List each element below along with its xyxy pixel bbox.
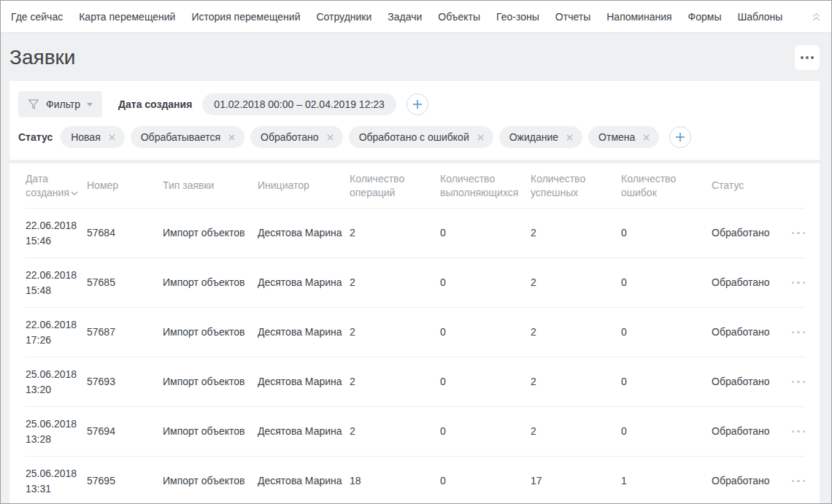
row-menu-icon[interactable] (786, 476, 805, 487)
status-chip-label: Отмена (598, 131, 635, 143)
col-success-count: Количество успешных (531, 172, 621, 200)
status-chip: Обрабатывается (131, 126, 244, 148)
col-status: Статус (712, 179, 786, 193)
nav-item-tasks[interactable]: Задачи (388, 11, 422, 23)
cell-date: 25.06.201813:31 (26, 466, 87, 496)
cell-number: 57695 (87, 473, 163, 488)
cell-operations: 18 (350, 473, 440, 488)
cell-successful: 2 (531, 225, 621, 240)
remove-chip-icon[interactable] (227, 133, 236, 142)
row-menu-icon[interactable] (786, 426, 805, 438)
cell-type: Импорт объектов (163, 225, 258, 240)
status-chip-label: Обработано (261, 131, 319, 143)
table-header-row: Дата создания Номер Тип заявки Инициатор… (26, 163, 805, 209)
date-created-label: Дата создания (118, 98, 192, 110)
col-date-created[interactable]: Дата создания (26, 172, 87, 200)
status-chip: Новая (61, 126, 125, 148)
cell-status: Обработано (712, 424, 786, 438)
status-label: Статус (18, 131, 53, 143)
row-menu-icon[interactable] (786, 228, 805, 239)
sort-chevron-icon (71, 191, 78, 195)
row-menu-icon[interactable] (786, 376, 805, 388)
table-row[interactable]: 22.06.201815:48 57685 Импорт объектов Де… (26, 258, 805, 308)
cell-running: 0 (440, 275, 531, 290)
cell-initiator: Десятова Марина (258, 225, 350, 240)
cell-operations: 2 (350, 275, 440, 290)
col-running-count: Количество выполняющихся (440, 172, 531, 200)
cell-operations: 2 (350, 225, 440, 240)
cell-successful: 2 (531, 374, 621, 389)
nav-item-objects[interactable]: Объекты (438, 11, 480, 23)
content-area: Заявки Фильтр Дата создания 01.02.20 (1, 33, 831, 503)
cell-initiator: Десятова Марина (258, 424, 350, 438)
top-nav: Где сейчас Карта перемещений История пер… (1, 1, 831, 33)
cell-type: Импорт объектов (163, 275, 258, 290)
add-icon (412, 99, 423, 109)
nav-item-where-now[interactable]: Где сейчас (11, 11, 63, 23)
cell-date: 22.06.201817:26 (26, 317, 87, 347)
add-icon (675, 132, 685, 142)
col-operations-count: Количество операций (350, 172, 440, 200)
nav-item-movement-map[interactable]: Карта перемещений (79, 11, 175, 23)
page-menu-icon (801, 56, 804, 59)
app-window: Где сейчас Карта перемещений История пер… (0, 0, 832, 504)
status-chip-label: Обработано с ошибкой (359, 131, 469, 143)
cell-date: 25.06.201813:20 (26, 367, 87, 397)
col-request-type: Тип заявки (163, 179, 258, 193)
cell-running: 0 (440, 473, 531, 488)
status-chip-label: Новая (71, 131, 101, 143)
nav-item-forms[interactable]: Формы (688, 11, 722, 23)
cell-status: Обработано (712, 275, 786, 290)
cell-status: Обработано (712, 325, 786, 339)
date-range-value[interactable]: 01.02.2018 00:00 – 02.04.2019 12:23 (202, 93, 396, 115)
title-row: Заявки (9, 33, 820, 81)
page-title: Заявки (9, 46, 75, 69)
remove-chip-icon[interactable] (107, 133, 117, 142)
nav-item-templates[interactable]: Шаблоны (738, 11, 783, 23)
cell-operations: 2 (350, 325, 440, 339)
remove-chip-icon[interactable] (642, 133, 651, 142)
cell-type: Импорт объектов (163, 473, 258, 488)
add-filter-button[interactable] (407, 93, 428, 115)
cell-number: 57694 (87, 424, 163, 438)
remove-chip-icon[interactable] (565, 133, 574, 142)
cell-type: Импорт объектов (163, 424, 258, 438)
cell-status: Обработано (712, 225, 786, 240)
table-row[interactable]: 25.06.201813:28 57694 Импорт объектов Де… (26, 407, 805, 457)
filter-button-label: Фильтр (46, 98, 80, 110)
row-menu-icon[interactable] (786, 277, 805, 289)
table-row[interactable]: 22.06.201815:46 57684 Импорт объектов Де… (26, 209, 805, 258)
collapse-nav-icon[interactable] (812, 12, 821, 22)
nav-item-reminders[interactable]: Напоминания (606, 11, 671, 23)
status-chip: Ожидание (499, 126, 582, 148)
add-status-button[interactable] (669, 126, 691, 148)
cell-initiator: Десятова Марина (258, 473, 350, 488)
table-row[interactable]: 25.06.201813:20 57693 Импорт объектов Де… (26, 357, 805, 407)
nav-item-reports[interactable]: Отчеты (555, 11, 590, 23)
status-chip: Отмена (588, 126, 659, 148)
row-menu-icon[interactable] (786, 327, 805, 338)
filter-button[interactable]: Фильтр (18, 91, 102, 117)
cell-number: 57684 (87, 225, 163, 240)
table-row[interactable]: 25.06.201813:31 57695 Импорт объектов Де… (26, 457, 805, 503)
remove-chip-icon[interactable] (476, 133, 485, 142)
cell-operations: 2 (350, 374, 440, 389)
cell-date: 22.06.201815:46 (26, 218, 87, 248)
cell-initiator: Десятова Марина (258, 325, 350, 339)
cell-running: 0 (440, 325, 531, 339)
nav-item-movement-history[interactable]: История перемещений (191, 11, 300, 23)
filter-panel: Фильтр Дата создания 01.02.2018 00:00 – … (9, 81, 820, 160)
cell-successful: 2 (531, 325, 621, 339)
filter-funnel-icon (28, 99, 39, 110)
dropdown-caret-icon (87, 103, 93, 106)
nav-item-geozones[interactable]: Гео-зоны (496, 11, 539, 23)
col-number: Номер (87, 179, 163, 193)
nav-item-employees[interactable]: Сотрудники (316, 11, 371, 23)
status-chip: Обработано (250, 126, 343, 148)
table-row[interactable]: 22.06.201817:26 57687 Импорт объектов Де… (26, 308, 805, 357)
requests-table: Дата создания Номер Тип заявки Инициатор… (9, 163, 820, 503)
cell-errors: 0 (621, 275, 712, 290)
cell-successful: 2 (531, 275, 621, 290)
remove-chip-icon[interactable] (326, 133, 335, 142)
page-menu-button[interactable] (795, 45, 820, 70)
